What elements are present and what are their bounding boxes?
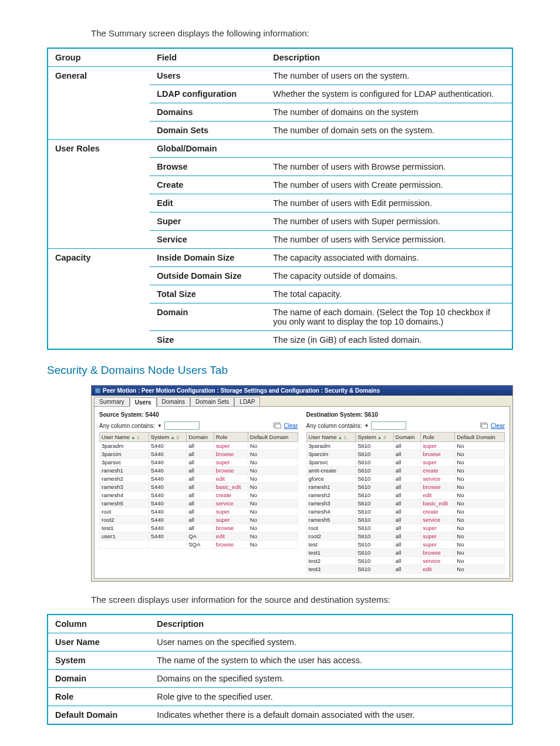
group-cell: [48, 176, 150, 194]
col-header[interactable]: Role: [214, 433, 248, 442]
cell: S610: [356, 565, 394, 573]
cell: super: [421, 524, 455, 532]
table-row[interactable]: 3paradmS440allsuperNo: [100, 442, 298, 450]
cell: 3parsvc: [100, 458, 149, 467]
col-header[interactable]: Domain: [187, 433, 214, 442]
table-row[interactable]: root2S440allsuperNo: [100, 516, 298, 524]
cell: service: [214, 499, 248, 508]
table-row[interactable]: ramesh5S610allserviceNo: [306, 516, 505, 524]
col-header[interactable]: Default Domain: [248, 433, 298, 442]
table-row[interactable]: ramesh4S610allcreateNo: [306, 508, 505, 516]
cell: S440: [149, 458, 187, 467]
cell: all: [393, 475, 420, 483]
cell: all: [393, 499, 420, 508]
table-row[interactable]: 3parsvcS610allsuperNo: [306, 458, 505, 467]
table-row[interactable]: ramesh2S440alleditNo: [100, 475, 298, 483]
table-row[interactable]: ramesh4S440allcreateNo: [100, 491, 298, 499]
cell: ramesh5: [100, 499, 149, 508]
cell: edit: [421, 565, 455, 573]
col-header[interactable]: System▲ 2: [356, 433, 394, 442]
table-row[interactable]: gforceS610allserviceNo: [306, 475, 505, 483]
table-row[interactable]: ramesh1S610allbrowseNo: [306, 483, 505, 491]
desc-cell: The capacity outside of domains.: [266, 267, 512, 285]
col-header[interactable]: Domain: [393, 433, 420, 442]
group-cell: [48, 194, 150, 212]
table-row[interactable]: user1S440QAeditNo: [100, 532, 298, 541]
cell: browse: [214, 450, 248, 458]
cell: ramesh2: [100, 475, 149, 483]
cell: No: [455, 508, 505, 516]
cell: all: [187, 499, 214, 508]
table-row[interactable]: amit-createS610allcreateNo: [306, 467, 505, 475]
cell: all: [393, 483, 420, 491]
cell: user1: [100, 532, 149, 541]
cell: No: [455, 442, 505, 450]
source-clear-link[interactable]: Clear: [284, 423, 298, 429]
cell: browse: [421, 549, 455, 557]
table-row[interactable]: root2S610allsuperNo: [306, 532, 505, 541]
col-desc-cell: Role give to the specified user.: [150, 688, 512, 706]
table-row[interactable]: testS610allsuperNo: [306, 541, 505, 549]
col-header[interactable]: Role: [421, 433, 455, 442]
col-header[interactable]: Default Domain: [455, 433, 505, 442]
field-cell: Domain Sets: [150, 121, 266, 140]
chevron-down-icon[interactable]: ▼: [365, 423, 369, 428]
table-row[interactable]: test2S610allserviceNo: [306, 557, 505, 565]
sort-indicator: ▲ 2: [377, 435, 386, 440]
group-cell: Capacity: [48, 249, 150, 267]
table-row[interactable]: SQAbrowseNo: [100, 541, 298, 549]
table-row[interactable]: 3paradmS610allsuperNo: [306, 442, 505, 450]
table-row[interactable]: 3parcimS610allbrowseNo: [306, 450, 505, 458]
table-row[interactable]: test1S610allbrowseNo: [306, 549, 505, 557]
col-name-cell: Role: [48, 688, 150, 706]
cell: No: [248, 458, 298, 467]
tab-users[interactable]: Users: [130, 397, 157, 407]
dest-filter-input[interactable]: [371, 421, 406, 430]
cell: 3parcim: [306, 450, 356, 458]
field-cell: Create: [150, 176, 266, 194]
table-row[interactable]: 3parsvcS440allsuperNo: [100, 458, 298, 467]
tab-summary[interactable]: Summary: [94, 397, 130, 406]
table-row[interactable]: ramesh1S440allbrowseNo: [100, 467, 298, 475]
table-row[interactable]: 3parcimS440allbrowseNo: [100, 450, 298, 458]
cell: create: [421, 508, 455, 516]
tab-domain-sets[interactable]: Domain Sets: [190, 397, 234, 406]
cell: QA: [187, 532, 214, 541]
group-cell: [48, 158, 150, 176]
columns-icon[interactable]: [274, 423, 281, 428]
group-cell: [48, 285, 150, 303]
col-header[interactable]: System▲ 2: [149, 433, 187, 442]
desc-cell: The total capacity.: [266, 285, 512, 303]
field-cell: LDAP configuration: [150, 85, 266, 103]
col-desc-cell: The name of the system to which the user…: [150, 652, 512, 670]
table-row[interactable]: ramesh5S440allserviceNo: [100, 499, 298, 508]
column-desc-table: Column Description User NameUser names o…: [47, 614, 513, 725]
table-row[interactable]: ramesh2S610alleditNo: [306, 491, 505, 499]
dest-clear-link[interactable]: Clear: [491, 423, 505, 429]
table-row[interactable]: test3S610alleditNo: [306, 565, 505, 573]
tab-domains[interactable]: Domains: [157, 397, 190, 406]
dest-grid[interactable]: User Name▲ 1System▲ 2DomainRoleDefault D…: [306, 432, 505, 573]
cell: No: [248, 516, 298, 524]
table-row[interactable]: ramesh3S440allbasic_editNo: [100, 483, 298, 491]
source-filter-input[interactable]: [164, 421, 200, 430]
table-row[interactable]: rootS610allsuperNo: [306, 524, 505, 532]
columns-icon[interactable]: [480, 423, 487, 428]
table-row[interactable]: rootS440allsuperNo: [100, 508, 298, 516]
col-name-cell: Domain: [48, 670, 150, 688]
source-grid[interactable]: User Name▲ 1System▲ 2DomainRoleDefault D…: [99, 432, 298, 549]
table-row[interactable]: test1S440allbrowseNo: [100, 524, 298, 532]
panel-body: Source System: S440 Any column contains:…: [94, 406, 510, 579]
cell: S610: [356, 524, 394, 532]
cell: ramesh5: [306, 516, 356, 524]
chevron-down-icon[interactable]: ▼: [157, 423, 162, 428]
col-header[interactable]: User Name▲ 1: [306, 433, 356, 442]
cell: No: [455, 524, 505, 532]
table-row[interactable]: ramesh3S610allbasic_editNo: [306, 499, 505, 508]
source-filter-bar: Any column contains: ▼ Clear: [99, 421, 298, 430]
cell: all: [393, 541, 420, 549]
cell: No: [455, 475, 505, 483]
col-header[interactable]: User Name▲ 1: [100, 433, 149, 442]
tab-ldap[interactable]: LDAP: [234, 397, 260, 406]
col-name-cell: Default Domain: [48, 706, 150, 725]
